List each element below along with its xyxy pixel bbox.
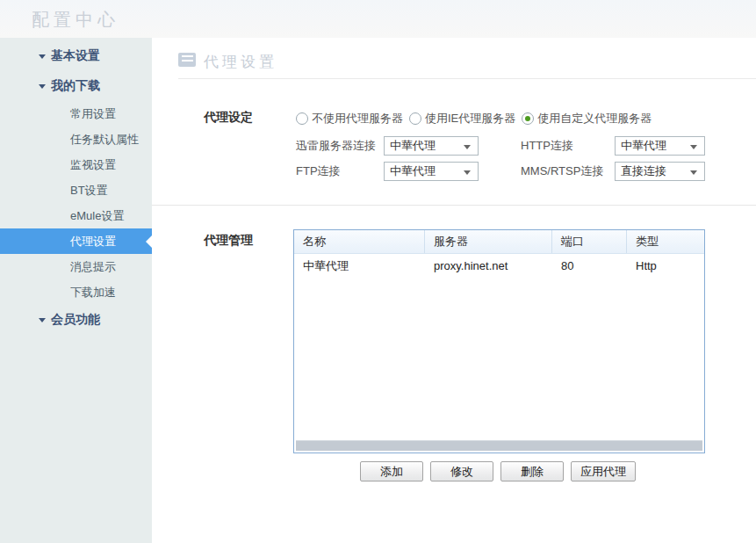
table-cell: 中華代理	[294, 258, 425, 274]
sidebar-item-proxy-settings[interactable]: 代理设置	[0, 228, 152, 254]
column-header[interactable]: 端口	[552, 230, 627, 253]
sidebar-item-task-default-props[interactable]: 任务默认属性	[0, 127, 152, 152]
sidebar-item-monitor-settings[interactable]: 监视设置	[0, 152, 152, 177]
column-header[interactable]: 类型	[627, 230, 704, 253]
sidebar-item-common-settings[interactable]: 常用设置	[0, 101, 152, 127]
ftp-connection-select-field: FTP连接中華代理	[296, 162, 479, 181]
main-content: 代理设置 代理设定 不使用代理服务器使用IE代理服务器使用自定义代理服务器 迅雷…	[152, 38, 756, 543]
proxy-mode-radio-group: 不使用代理服务器使用IE代理服务器使用自定义代理服务器	[296, 111, 652, 127]
modify-button[interactable]: 修改	[430, 461, 493, 481]
connection-label: FTP连接	[296, 163, 384, 179]
table-cell: Http	[627, 259, 704, 272]
mms-rtsp-connection-select[interactable]: 直接连接	[615, 162, 705, 181]
table-header: 名称服务器端口类型	[294, 230, 704, 254]
sidebar-item-basic-settings[interactable]: 基本设置	[0, 41, 152, 71]
sidebar-item-bt-settings[interactable]: BT设置	[0, 177, 152, 203]
table-cell: 80	[552, 259, 627, 272]
radio-ie-proxy[interactable]: 使用IE代理服务器	[409, 111, 515, 127]
radio-no-proxy[interactable]: 不使用代理服务器	[296, 111, 403, 127]
sidebar-item-label: eMule设置	[70, 208, 124, 224]
titlebar: 配置中心	[0, 0, 756, 38]
apply-proxy-button[interactable]: 应用代理	[571, 461, 636, 481]
chevron-down-icon	[690, 170, 697, 175]
sidebar-item-label: 会员功能	[51, 312, 100, 328]
ftp-connection-select[interactable]: 中華代理	[384, 162, 479, 181]
column-header[interactable]: 服务器	[425, 230, 552, 253]
table-cell: proxy.hinet.net	[425, 259, 552, 272]
sidebar-item-label: BT设置	[70, 183, 108, 199]
add-button[interactable]: 添加	[360, 461, 423, 481]
chevron-down-icon	[464, 145, 471, 149]
sidebar-item-download-boost[interactable]: 下载加速	[0, 279, 152, 305]
sidebar-item-member-features[interactable]: 会员功能	[0, 305, 152, 335]
thunder-server-connection-select-field: 迅雷服务器连接中華代理	[296, 136, 479, 156]
sidebar-item-label: 我的下载	[51, 78, 100, 94]
sidebar-item-label: 任务默认属性	[70, 132, 139, 148]
sidebar-item-label: 监视设置	[70, 157, 116, 173]
sidebar-item-my-downloads[interactable]: 我的下载	[0, 71, 152, 101]
thunder-server-connection-select[interactable]: 中華代理	[384, 136, 479, 156]
radio-label: 使用自定义代理服务器	[537, 111, 652, 127]
triangle-down-icon	[39, 318, 46, 322]
http-connection-select-field: HTTP连接中華代理	[521, 136, 705, 156]
section-label-proxy-manage: 代理管理	[204, 233, 253, 249]
radio-label: 不使用代理服务器	[312, 111, 403, 127]
radio-button-icon	[296, 112, 308, 125]
chevron-down-icon	[464, 170, 471, 175]
divider	[178, 78, 756, 79]
sidebar-item-label: 基本设置	[51, 48, 100, 64]
horizontal-scrollbar[interactable]	[296, 440, 702, 451]
table-button-row: 添加修改删除应用代理	[360, 461, 636, 481]
app-title: 配置中心	[32, 8, 119, 32]
table-row[interactable]: 中華代理proxy.hinet.net80Http	[294, 254, 704, 278]
column-header[interactable]: 名称	[294, 230, 425, 253]
connection-label: HTTP连接	[521, 138, 615, 154]
radio-button-icon	[409, 112, 421, 125]
sidebar-item-label: 消息提示	[70, 259, 116, 275]
sidebar-item-label: 代理设置	[70, 234, 116, 250]
http-connection-select[interactable]: 中華代理	[615, 136, 705, 156]
sidebar-item-label: 常用设置	[70, 106, 116, 122]
triangle-down-icon	[39, 84, 46, 89]
section-label-proxy-config: 代理设定	[204, 110, 253, 126]
triangle-down-icon	[39, 54, 46, 59]
mms-rtsp-connection-select-field: MMS/RTSP连接直接连接	[521, 162, 705, 181]
connection-label: 迅雷服务器连接	[296, 138, 384, 154]
selected-arrow-icon	[146, 235, 152, 248]
proxy-table: 名称服务器端口类型 中華代理proxy.hinet.net80Http	[293, 229, 705, 453]
delete-button[interactable]: 删除	[500, 461, 564, 481]
radio-custom-proxy[interactable]: 使用自定义代理服务器	[522, 111, 652, 127]
selected-value: 中華代理	[390, 138, 436, 154]
connection-label: MMS/RTSP连接	[521, 163, 615, 179]
selected-value: 中華代理	[621, 138, 666, 154]
selected-value: 中華代理	[390, 163, 436, 179]
page-title: 代理设置	[204, 52, 277, 72]
radio-button-icon	[522, 112, 534, 125]
sidebar: 基本设置我的下载常用设置任务默认属性监视设置BT设置eMule设置代理设置消息提…	[0, 38, 152, 543]
divider	[152, 205, 756, 206]
table-body: 中華代理proxy.hinet.net80Http	[294, 254, 704, 278]
selected-value: 直接连接	[621, 163, 666, 179]
chevron-down-icon	[690, 145, 697, 149]
radio-label: 使用IE代理服务器	[425, 111, 515, 127]
sidebar-item-label: 下载加速	[70, 285, 116, 300]
proxy-settings-icon	[178, 53, 196, 67]
sidebar-item-emule-settings[interactable]: eMule设置	[0, 203, 152, 228]
sidebar-item-message-notify[interactable]: 消息提示	[0, 254, 152, 279]
